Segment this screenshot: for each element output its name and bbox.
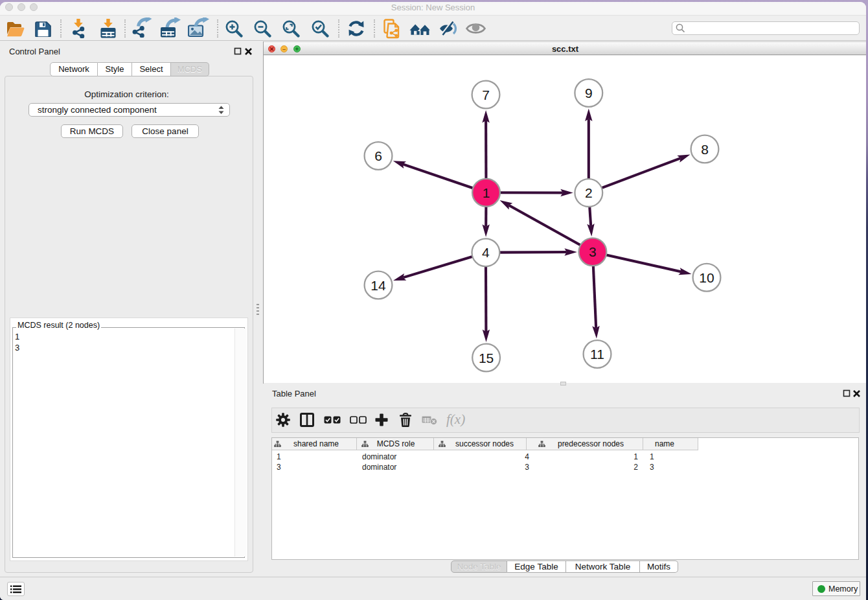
svg-text:15: 15	[479, 351, 494, 365]
svg-text:7: 7	[482, 87, 490, 102]
svg-text:11: 11	[590, 347, 604, 362]
svg-text:9: 9	[585, 86, 593, 100]
svg-text:10: 10	[699, 270, 714, 285]
svg-text:1: 1	[483, 185, 490, 200]
svg-text:6: 6	[374, 148, 382, 163]
svg-text:4: 4	[482, 245, 490, 260]
svg-text:8: 8	[701, 142, 709, 157]
svg-text:3: 3	[589, 244, 597, 259]
svg-text:14: 14	[371, 278, 386, 293]
svg-text:2: 2	[585, 185, 593, 200]
